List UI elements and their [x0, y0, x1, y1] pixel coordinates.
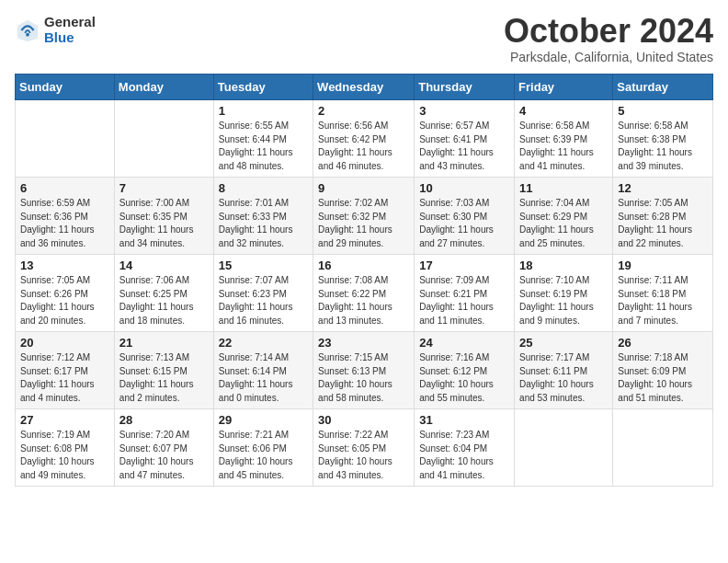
- day-number: 28: [119, 413, 209, 427]
- header: General Blue October 2024 Parksdale, Cal…: [15, 15, 713, 64]
- day-info: Sunrise: 7:06 AM Sunset: 6:25 PM Dayligh…: [119, 274, 209, 327]
- header-thursday: Thursday: [415, 75, 515, 100]
- day-number: 5: [618, 104, 708, 118]
- header-saturday: Saturday: [613, 75, 713, 100]
- day-info: Sunrise: 7:17 AM Sunset: 6:11 PM Dayligh…: [519, 351, 608, 405]
- day-number: 11: [519, 181, 608, 195]
- day-number: 15: [219, 259, 308, 272]
- header-friday: Friday: [515, 75, 613, 100]
- calendar-cell: 31Sunrise: 7:23 AM Sunset: 6:04 PM Dayli…: [415, 409, 515, 487]
- day-number: 1: [219, 104, 308, 118]
- day-number: 27: [20, 413, 109, 427]
- header-sunday: Sunday: [16, 75, 115, 100]
- week-row-5: 27Sunrise: 7:19 AM Sunset: 6:08 PM Dayli…: [16, 409, 713, 487]
- month-title: October 2024: [504, 15, 713, 48]
- day-number: 16: [318, 259, 409, 272]
- day-info: Sunrise: 7:07 AM Sunset: 6:23 PM Dayligh…: [219, 274, 308, 327]
- calendar-cell: 8Sunrise: 7:01 AM Sunset: 6:33 PM Daylig…: [213, 178, 313, 255]
- day-number: 4: [519, 104, 608, 118]
- day-number: 19: [618, 259, 708, 272]
- day-info: Sunrise: 7:19 AM Sunset: 6:08 PM Dayligh…: [20, 429, 109, 482]
- day-number: 30: [318, 413, 409, 427]
- day-info: Sunrise: 6:56 AM Sunset: 6:42 PM Dayligh…: [318, 120, 409, 173]
- day-number: 10: [419, 181, 509, 195]
- day-number: 22: [219, 336, 308, 350]
- calendar-cell: 6Sunrise: 6:59 AM Sunset: 6:36 PM Daylig…: [16, 178, 115, 255]
- calendar-cell: 15Sunrise: 7:07 AM Sunset: 6:23 PM Dayli…: [213, 255, 313, 332]
- calendar-cell: 27Sunrise: 7:19 AM Sunset: 6:08 PM Dayli…: [16, 409, 115, 487]
- calendar-cell: 26Sunrise: 7:18 AM Sunset: 6:09 PM Dayli…: [613, 332, 713, 409]
- day-info: Sunrise: 7:11 AM Sunset: 6:18 PM Dayligh…: [618, 274, 708, 327]
- day-info: Sunrise: 7:03 AM Sunset: 6:30 PM Dayligh…: [419, 197, 509, 250]
- location: Parksdale, California, United States: [504, 50, 713, 64]
- calendar-cell: 16Sunrise: 7:08 AM Sunset: 6:22 PM Dayli…: [313, 255, 415, 332]
- day-number: 6: [20, 181, 109, 195]
- calendar-cell: 3Sunrise: 6:57 AM Sunset: 6:41 PM Daylig…: [415, 100, 515, 178]
- day-number: 26: [618, 336, 708, 350]
- week-row-2: 6Sunrise: 6:59 AM Sunset: 6:36 PM Daylig…: [16, 178, 713, 255]
- week-row-4: 20Sunrise: 7:12 AM Sunset: 6:17 PM Dayli…: [16, 332, 713, 409]
- day-number: 18: [519, 259, 608, 272]
- weekday-header-row: Sunday Monday Tuesday Wednesday Thursday…: [16, 75, 713, 100]
- logo-icon: [15, 17, 40, 43]
- day-info: Sunrise: 7:05 AM Sunset: 6:28 PM Dayligh…: [618, 197, 708, 250]
- week-row-3: 13Sunrise: 7:05 AM Sunset: 6:26 PM Dayli…: [16, 255, 713, 332]
- header-monday: Monday: [114, 75, 213, 100]
- day-number: 3: [419, 104, 509, 118]
- calendar-cell: 11Sunrise: 7:04 AM Sunset: 6:29 PM Dayli…: [515, 178, 613, 255]
- day-number: 9: [318, 181, 409, 195]
- day-number: 21: [119, 336, 209, 350]
- calendar-cell: 7Sunrise: 7:00 AM Sunset: 6:35 PM Daylig…: [114, 178, 213, 255]
- day-info: Sunrise: 6:55 AM Sunset: 6:44 PM Dayligh…: [219, 120, 308, 173]
- logo-general-text: General: [44, 15, 96, 30]
- day-info: Sunrise: 7:14 AM Sunset: 6:14 PM Dayligh…: [219, 351, 308, 405]
- calendar-cell: 18Sunrise: 7:10 AM Sunset: 6:19 PM Dayli…: [515, 255, 613, 332]
- day-number: 17: [419, 259, 509, 272]
- day-info: Sunrise: 7:02 AM Sunset: 6:32 PM Dayligh…: [318, 197, 409, 250]
- header-tuesday: Tuesday: [213, 75, 313, 100]
- day-number: 29: [219, 413, 308, 427]
- page-container: General Blue October 2024 Parksdale, Cal…: [15, 15, 713, 487]
- day-number: 2: [318, 104, 409, 118]
- day-info: Sunrise: 7:10 AM Sunset: 6:19 PM Dayligh…: [519, 274, 608, 327]
- calendar-cell: [114, 100, 213, 178]
- day-number: 14: [119, 259, 209, 272]
- day-info: Sunrise: 7:20 AM Sunset: 6:07 PM Dayligh…: [119, 429, 209, 482]
- svg-point-1: [26, 32, 29, 36]
- calendar-cell: 30Sunrise: 7:22 AM Sunset: 6:05 PM Dayli…: [313, 409, 415, 487]
- calendar-cell: 13Sunrise: 7:05 AM Sunset: 6:26 PM Dayli…: [16, 255, 115, 332]
- day-info: Sunrise: 6:58 AM Sunset: 6:38 PM Dayligh…: [618, 120, 708, 173]
- day-info: Sunrise: 7:21 AM Sunset: 6:06 PM Dayligh…: [219, 429, 308, 482]
- calendar-cell: 19Sunrise: 7:11 AM Sunset: 6:18 PM Dayli…: [613, 255, 713, 332]
- day-info: Sunrise: 7:12 AM Sunset: 6:17 PM Dayligh…: [20, 351, 109, 405]
- day-info: Sunrise: 7:23 AM Sunset: 6:04 PM Dayligh…: [419, 429, 509, 482]
- title-area: October 2024 Parksdale, California, Unit…: [504, 15, 713, 64]
- week-row-1: 1Sunrise: 6:55 AM Sunset: 6:44 PM Daylig…: [16, 100, 713, 178]
- calendar-cell: 25Sunrise: 7:17 AM Sunset: 6:11 PM Dayli…: [515, 332, 613, 409]
- calendar-cell: 21Sunrise: 7:13 AM Sunset: 6:15 PM Dayli…: [114, 332, 213, 409]
- logo-blue-text: Blue: [44, 30, 96, 46]
- calendar-cell: 14Sunrise: 7:06 AM Sunset: 6:25 PM Dayli…: [114, 255, 213, 332]
- day-info: Sunrise: 7:13 AM Sunset: 6:15 PM Dayligh…: [119, 351, 209, 405]
- day-number: 25: [519, 336, 608, 350]
- day-number: 31: [419, 413, 509, 427]
- day-info: Sunrise: 7:05 AM Sunset: 6:26 PM Dayligh…: [20, 274, 109, 327]
- calendar-cell: 28Sunrise: 7:20 AM Sunset: 6:07 PM Dayli…: [114, 409, 213, 487]
- calendar-cell: 24Sunrise: 7:16 AM Sunset: 6:12 PM Dayli…: [415, 332, 515, 409]
- day-info: Sunrise: 6:57 AM Sunset: 6:41 PM Dayligh…: [419, 120, 509, 173]
- day-number: 24: [419, 336, 509, 350]
- day-number: 23: [318, 336, 409, 350]
- day-number: 13: [20, 259, 109, 272]
- day-number: 20: [20, 336, 109, 350]
- calendar-cell: 23Sunrise: 7:15 AM Sunset: 6:13 PM Dayli…: [313, 332, 415, 409]
- calendar-cell: [16, 100, 115, 178]
- day-info: Sunrise: 7:04 AM Sunset: 6:29 PM Dayligh…: [519, 197, 608, 250]
- day-info: Sunrise: 7:15 AM Sunset: 6:13 PM Dayligh…: [318, 351, 409, 405]
- day-info: Sunrise: 7:22 AM Sunset: 6:05 PM Dayligh…: [318, 429, 409, 482]
- calendar-cell: [515, 409, 613, 487]
- day-number: 7: [119, 181, 209, 195]
- calendar-cell: 9Sunrise: 7:02 AM Sunset: 6:32 PM Daylig…: [313, 178, 415, 255]
- day-info: Sunrise: 7:16 AM Sunset: 6:12 PM Dayligh…: [419, 351, 509, 405]
- calendar-cell: 1Sunrise: 6:55 AM Sunset: 6:44 PM Daylig…: [213, 100, 313, 178]
- header-wednesday: Wednesday: [313, 75, 415, 100]
